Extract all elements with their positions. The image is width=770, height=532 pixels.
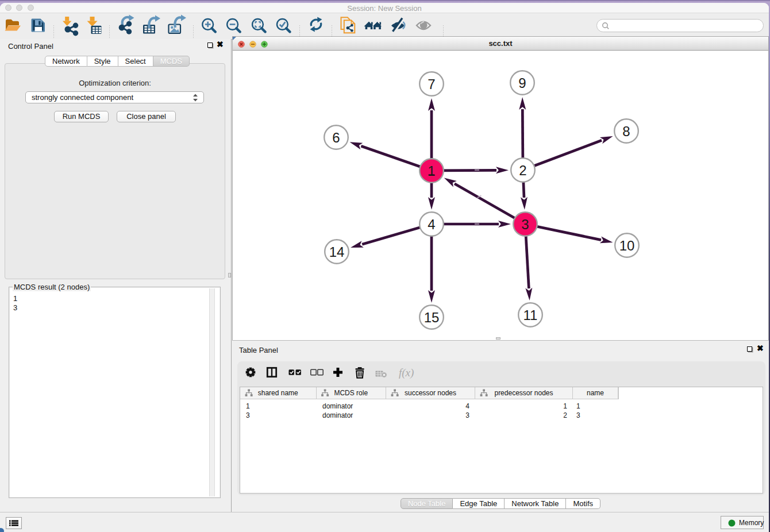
svg-text:15: 15 bbox=[424, 310, 440, 325]
svg-text:11: 11 bbox=[523, 307, 538, 323]
svg-text:9: 9 bbox=[518, 75, 526, 91]
svg-text:4: 4 bbox=[428, 217, 435, 232]
svg-text:7: 7 bbox=[428, 76, 435, 92]
svg-text:1: 1 bbox=[428, 163, 435, 179]
svg-text:6: 6 bbox=[332, 130, 340, 145]
svg-text:14: 14 bbox=[329, 244, 345, 260]
svg-text:2: 2 bbox=[519, 163, 526, 178]
svg-text:10: 10 bbox=[619, 238, 635, 253]
svg-text:8: 8 bbox=[622, 124, 630, 139]
svg-text:f(x): f(x) bbox=[399, 367, 414, 379]
svg-text:3: 3 bbox=[521, 217, 529, 232]
